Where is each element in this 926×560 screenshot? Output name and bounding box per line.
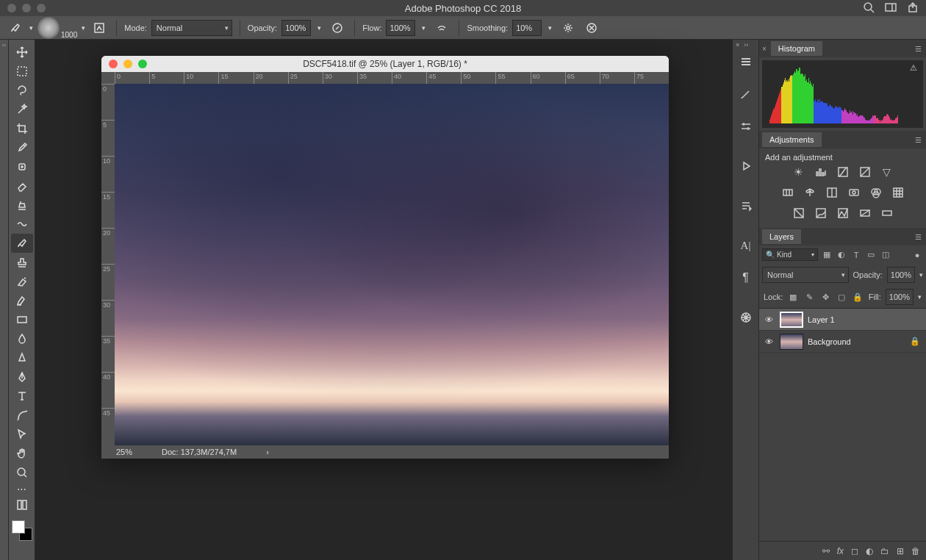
vibrance-icon[interactable]: ▽ [880,165,894,179]
brush-settings-icon[interactable] [736,51,756,72]
brush-tool-icon[interactable] [6,18,25,37]
dodge-tool[interactable] [11,348,33,367]
ruler-vertical[interactable]: 051015202530354045 [101,84,115,445]
brush-tool[interactable] [11,234,33,253]
play-icon[interactable] [736,156,756,176]
mixer-icon[interactable] [869,186,883,199]
panel-menu-icon[interactable]: ☰ [915,233,922,241]
layer-name[interactable]: Background [808,337,905,346]
layer-name[interactable]: Layer 1 [808,315,923,324]
filter-type-icon[interactable]: T [850,249,862,261]
navigator-icon[interactable] [736,307,756,328]
histogram-body[interactable]: ⚠ [762,60,923,128]
selective-icon[interactable] [858,207,872,220]
hand-tool[interactable] [11,444,33,463]
new-layer-icon[interactable]: ⊞ [897,546,904,556]
link-icon[interactable]: ⚯ [822,546,830,556]
layer-opacity-value[interactable]: 100% [887,267,915,283]
group-icon[interactable]: 🗀 [880,546,889,556]
smoothing-value[interactable]: 10% [512,20,542,36]
brush-panel-icon[interactable] [90,18,109,37]
eraser-tool[interactable] [11,176,33,195]
lock-all-icon[interactable]: 🔒 [852,291,864,303]
brush-size-value[interactable]: 1000 [61,31,77,39]
blend-mode-select[interactable]: Normal [762,267,849,283]
levels-icon[interactable] [814,165,828,179]
histogram-tab[interactable]: × Histogram ☰ [759,40,926,57]
gradient-tool[interactable] [11,291,33,310]
document-titlebar[interactable]: DSCF5418.tif @ 25% (Layer 1, RGB/16) * [101,56,669,72]
eyedropper-tool[interactable] [11,138,33,157]
panel-menu-icon[interactable]: ☰ [915,45,922,53]
posterize-icon[interactable] [814,207,828,220]
pattern-tool[interactable] [11,215,33,234]
opacity-chevron[interactable]: ▾ [315,24,323,32]
lasso-tool[interactable] [11,81,33,100]
layer-row[interactable]: 👁Background🔒 [759,331,926,353]
character-icon[interactable]: A| [736,235,756,256]
curves-icon[interactable] [836,165,850,179]
mask-icon[interactable]: ◻ [851,546,858,556]
paragraph-icon[interactable] [736,195,756,216]
layer-row[interactable]: 👁Layer 1 [759,309,926,331]
layers-tab[interactable]: Layers ☰ [759,228,926,245]
mode-select[interactable]: Normal [151,20,232,36]
opacity-chevron[interactable]: ▾ [919,271,923,279]
adjustments-tab[interactable]: Adjustments ☰ [759,131,926,148]
close-icon[interactable]: × [762,45,767,53]
fx-icon[interactable]: fx [837,546,844,556]
smoothing-chevron[interactable]: ▾ [546,24,554,32]
max-dot[interactable] [37,4,46,12]
move-tool[interactable] [11,43,33,62]
direct-select-tool[interactable] [11,425,33,444]
flow-chevron[interactable]: ▾ [420,24,428,32]
zoom-level[interactable]: 25% [116,448,132,456]
filter-toggle-icon[interactable]: ● [911,249,923,261]
smoothing-gear-icon[interactable] [559,18,578,37]
brush-preview[interactable] [37,17,60,39]
stamp-tool[interactable] [11,253,33,272]
ruler-horizontal[interactable]: 051015202530354045505560657075 [101,72,669,84]
opacity-value[interactable]: 100% [281,20,311,36]
workspace-icon[interactable] [885,1,897,15]
min-dot[interactable] [22,4,31,12]
status-chevron[interactable]: › [266,448,269,456]
doc-max-dot[interactable] [138,60,147,68]
share-icon[interactable] [907,1,919,15]
edit-toolbar-icon[interactable] [11,495,33,514]
brightness-icon[interactable]: ☀ [792,165,805,179]
filter-adjust-icon[interactable]: ◐ [836,249,847,261]
brush-settings2-icon[interactable] [736,116,756,137]
layer-kind-select[interactable]: 🔍Kind [762,248,818,261]
magic-wand-tool[interactable] [11,100,33,119]
close-dot[interactable] [7,4,16,12]
panel-menu-icon[interactable]: ☰ [915,136,922,144]
pen-tool[interactable] [11,367,33,387]
doc-close-dot[interactable] [109,60,118,68]
filter-pixel-icon[interactable]: ▦ [821,249,833,261]
exposure-icon[interactable] [858,165,872,179]
visibility-icon[interactable]: 👁 [762,315,775,324]
clone-tool[interactable] [11,195,33,215]
threshold-icon[interactable] [836,207,850,220]
visibility-icon[interactable]: 👁 [762,337,775,346]
lock-paint-icon[interactable]: ✎ [803,291,815,303]
layers-list[interactable]: 👁Layer 1👁Background🔒 [759,309,926,541]
marquee-tool[interactable] [11,62,33,81]
lut-icon[interactable] [891,186,905,199]
flow-value[interactable]: 100% [386,20,415,36]
layer-thumbnail[interactable] [780,312,803,328]
hue-icon[interactable] [781,186,794,199]
doc-min-dot[interactable] [123,60,132,68]
lock-transparent-icon[interactable]: ▩ [787,291,799,303]
paragraph2-icon[interactable]: ¶ [736,268,756,288]
tool-preset-chevron[interactable]: ▾ [29,24,33,32]
delete-icon[interactable]: 🗑 [911,546,920,556]
gradient-map-icon[interactable] [880,207,894,220]
invert-icon[interactable] [792,207,805,220]
pressure-opacity-icon[interactable] [328,18,347,37]
fill-chevron[interactable]: ▾ [918,293,922,301]
bucket-tool[interactable] [11,310,33,329]
color-swatch[interactable] [12,520,32,541]
history-brush-tool[interactable] [11,272,33,291]
